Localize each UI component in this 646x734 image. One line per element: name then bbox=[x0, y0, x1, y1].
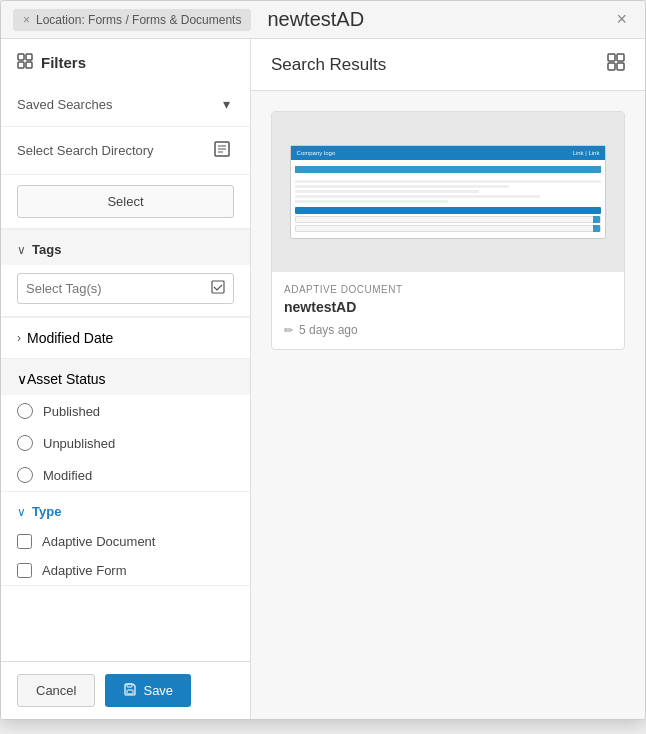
tags-chevron-icon: ∨ bbox=[17, 243, 26, 257]
modal-title: newtestAD bbox=[263, 8, 598, 31]
result-card[interactable]: Company logo Link | Link bbox=[271, 111, 625, 350]
select-directory-label: Select Search Directory bbox=[17, 143, 210, 158]
asset-status-title: Asset Status bbox=[27, 371, 106, 387]
modified-date-section[interactable]: › Modified Date bbox=[1, 317, 250, 359]
svg-rect-10 bbox=[608, 63, 615, 70]
unpublished-radio[interactable] bbox=[17, 435, 33, 451]
mini-form-preview: Company logo Link | Link bbox=[290, 145, 607, 239]
type-section-title: Type bbox=[32, 504, 61, 519]
results-grid: Company logo Link | Link bbox=[251, 91, 645, 370]
type-section: ∨ Type Adaptive Document Adaptive Form bbox=[1, 492, 250, 586]
type-section-header[interactable]: ∨ Type bbox=[1, 492, 250, 527]
modal-close-button[interactable]: × bbox=[610, 7, 633, 32]
saved-searches-label: Saved Searches bbox=[17, 97, 219, 112]
modal-wrapper: × Location: Forms / Forms & Documents ne… bbox=[0, 0, 646, 720]
published-radio[interactable] bbox=[17, 403, 33, 419]
adaptive-form-label[interactable]: Adaptive Form bbox=[42, 563, 127, 578]
modified-date-label: Modified Date bbox=[27, 330, 113, 346]
type-chevron-icon: ∨ bbox=[17, 505, 26, 519]
card-name: newtestAD bbox=[284, 299, 612, 315]
asset-status-section: ∨ Asset Status Published Unpublished Mod… bbox=[1, 359, 250, 492]
published-option: Published bbox=[1, 395, 250, 427]
tags-input-wrap bbox=[17, 273, 234, 304]
adaptive-form-option: Adaptive Form bbox=[1, 556, 250, 585]
adaptive-document-checkbox[interactable] bbox=[17, 534, 32, 549]
card-info: ADAPTIVE DOCUMENT newtestAD ✏ 5 days ago bbox=[272, 272, 624, 349]
svg-rect-3 bbox=[26, 62, 32, 68]
filters-label: Filters bbox=[41, 54, 86, 71]
sidebar-filters-header: Filters bbox=[1, 39, 250, 82]
modified-option: Modified bbox=[1, 459, 250, 491]
svg-rect-6 bbox=[127, 690, 133, 694]
svg-rect-9 bbox=[617, 54, 624, 61]
select-button[interactable]: Select bbox=[17, 185, 234, 218]
unpublished-option: Unpublished bbox=[1, 427, 250, 459]
adaptive-document-option: Adaptive Document bbox=[1, 527, 250, 556]
saved-searches-row: Saved Searches ▾ bbox=[1, 82, 250, 127]
unpublished-label[interactable]: Unpublished bbox=[43, 436, 115, 451]
tags-select-icon[interactable] bbox=[211, 280, 225, 297]
svg-rect-11 bbox=[617, 63, 624, 70]
select-directory-icon-button[interactable] bbox=[210, 139, 234, 162]
select-action-row: Select bbox=[1, 175, 250, 229]
tags-section-title: Tags bbox=[32, 242, 61, 257]
asset-status-header[interactable]: ∨ Asset Status bbox=[1, 359, 250, 395]
tags-section-header[interactable]: ∨ Tags bbox=[1, 230, 250, 265]
sidebar: Filters Saved Searches ▾ Select Search D… bbox=[1, 39, 251, 719]
svg-rect-2 bbox=[18, 62, 24, 68]
modified-radio[interactable] bbox=[17, 467, 33, 483]
grid-view-button[interactable] bbox=[607, 53, 625, 76]
card-meta: ✏ 5 days ago bbox=[284, 323, 612, 337]
tags-input[interactable] bbox=[26, 281, 211, 296]
location-tag[interactable]: × Location: Forms / Forms & Documents bbox=[13, 9, 251, 31]
select-directory-row: Select Search Directory bbox=[1, 127, 250, 175]
asset-status-chevron-icon: ∨ bbox=[17, 371, 27, 387]
svg-rect-0 bbox=[18, 54, 24, 60]
adaptive-document-label[interactable]: Adaptive Document bbox=[42, 534, 155, 549]
modified-date-chevron-icon: › bbox=[17, 331, 21, 345]
card-timestamp: 5 days ago bbox=[299, 323, 358, 337]
card-thumbnail: Company logo Link | Link bbox=[272, 112, 624, 272]
svg-rect-8 bbox=[608, 54, 615, 61]
card-type-label: ADAPTIVE DOCUMENT bbox=[284, 284, 612, 295]
content-header: Search Results bbox=[251, 39, 645, 91]
filters-icon bbox=[17, 53, 33, 72]
content-area: Search Results Company logo bbox=[251, 39, 645, 719]
save-icon bbox=[123, 682, 137, 699]
edit-icon: ✏ bbox=[284, 324, 293, 337]
tags-input-row bbox=[1, 265, 250, 317]
cancel-button[interactable]: Cancel bbox=[17, 674, 95, 707]
adaptive-form-checkbox[interactable] bbox=[17, 563, 32, 578]
top-bar: × Location: Forms / Forms & Documents ne… bbox=[1, 1, 645, 39]
svg-rect-5 bbox=[212, 281, 224, 293]
save-button[interactable]: Save bbox=[105, 674, 191, 707]
main-layout: Filters Saved Searches ▾ Select Search D… bbox=[1, 39, 645, 719]
svg-rect-1 bbox=[26, 54, 32, 60]
svg-rect-7 bbox=[127, 684, 132, 687]
saved-searches-dropdown-button[interactable]: ▾ bbox=[219, 94, 234, 114]
close-location-icon[interactable]: × bbox=[23, 13, 30, 27]
save-label: Save bbox=[143, 683, 173, 698]
tags-section: ∨ Tags bbox=[1, 229, 250, 317]
location-text: Location: Forms / Forms & Documents bbox=[36, 13, 241, 27]
search-results-title: Search Results bbox=[271, 55, 599, 75]
sidebar-footer: Cancel Save bbox=[1, 661, 250, 719]
modified-label[interactable]: Modified bbox=[43, 468, 92, 483]
published-label[interactable]: Published bbox=[43, 404, 100, 419]
